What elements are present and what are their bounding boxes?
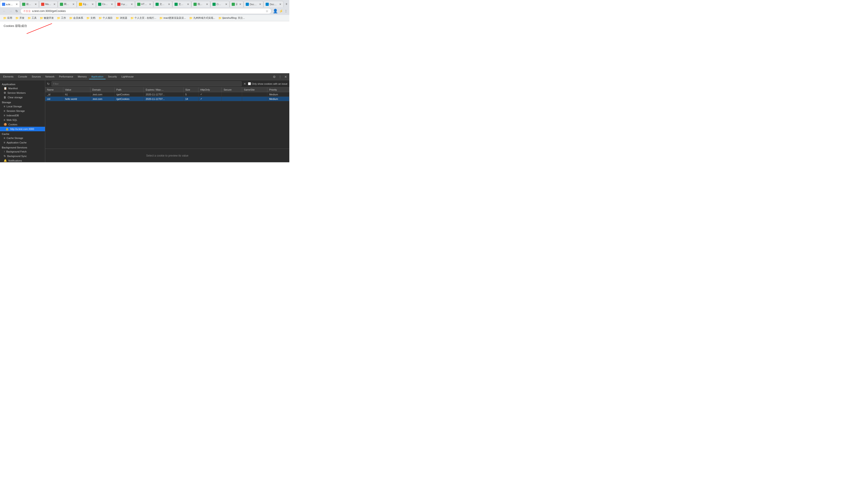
tab-close-button[interactable]: ✕ [92, 3, 94, 6]
cookies-column-httponly[interactable]: HttpOnly [198, 88, 222, 92]
cookies-row[interactable]: cidhello world.test.com/getCookies2020-1… [45, 97, 289, 101]
cookies-column-path[interactable]: Path [114, 88, 144, 92]
address-text[interactable]: a.test.com:3000/getCookies [32, 9, 264, 13]
tab-favicon [156, 3, 159, 6]
bookmark-工具[interactable]: 📁 工具 [26, 16, 38, 20]
clear-filter-button[interactable]: ✕ [243, 82, 246, 86]
dt-tab-sources[interactable]: Sources [29, 74, 43, 79]
sidebar-item-cookies[interactable]: 🍪 Cookies [0, 122, 45, 127]
tab-close-button[interactable]: ✕ [168, 3, 170, 6]
sidebar-item-manifest[interactable]: 📋 Manifest [0, 86, 45, 91]
tab-close-button[interactable]: ✕ [35, 3, 37, 6]
extensions-icon[interactable]: ⚡ [279, 9, 283, 13]
dt-tab-elements[interactable]: Elements [1, 74, 16, 79]
tab-close-button[interactable]: ✕ [225, 3, 227, 6]
show-issues-checkbox[interactable] [248, 82, 251, 85]
dt-tab-performance[interactable]: Performance [57, 74, 75, 79]
cookies-column-priority[interactable]: Priority [267, 88, 289, 92]
sidebar-item-background-fetch[interactable]: ↑ Background Fetch [0, 149, 45, 154]
cookies-column-value[interactable]: Value [63, 88, 90, 92]
bookmark-敏捷开发[interactable]: 📁 敏捷开发 [38, 16, 55, 20]
cookies-column-secure[interactable]: Secure [222, 88, 242, 92]
sidebar-item-service-workers[interactable]: ⚙ Service Workers [0, 91, 45, 95]
sidebar-item-clear-storage[interactable]: 🗑 Clear storage [0, 95, 45, 100]
menu-icon[interactable]: ⋮ [284, 9, 287, 13]
bookmark-icon: 📁 [98, 17, 102, 20]
more-icon[interactable]: ⋮ [277, 74, 283, 79]
dt-tab-console[interactable]: Console [16, 74, 29, 79]
dt-tab-lighthouse[interactable]: Lighthouse [119, 74, 136, 79]
sidebar-item-web-sql[interactable]: ≡ Web SQL [0, 118, 45, 122]
dt-tab-memory[interactable]: Memory [75, 74, 89, 79]
tab-close-button[interactable]: ✕ [149, 3, 151, 6]
browser-tab-2[interactable]: 前端小白... ✕ [20, 1, 39, 7]
browser-tab-15[interactable]: Document... ✕ [264, 1, 283, 7]
browser-tab-5[interactable]: Egg.js 中... ✕ [77, 1, 96, 7]
bookmark-个人项目[interactable]: 📁 个人项目 [97, 16, 114, 20]
sidebar-item-notifications[interactable]: 🔔 Notifications [0, 158, 45, 162]
tab-title: a.test.com... [6, 3, 14, 6]
new-tab-button[interactable]: + [284, 1, 289, 7]
cookies-column-expires-/-max-...[interactable]: Expires / Max-... [144, 88, 183, 92]
browser-tab-14[interactable]: Document... ✕ [244, 1, 264, 7]
devtools: ElementsConsoleSourcesNetworkPerformance… [0, 73, 289, 162]
cookies-column-size[interactable]: Size [183, 88, 198, 92]
tab-close-button[interactable]: ✕ [111, 3, 113, 6]
browser-tab-12[interactable]: (1条消息)... ✕ [211, 1, 230, 7]
back-button[interactable]: ← [2, 9, 7, 13]
browser-tab-13[interactable]: 设置 ✕ [230, 1, 243, 7]
sidebar-item-session-storage[interactable]: ≡ Session Storage [0, 109, 45, 113]
filter-input[interactable] [52, 81, 242, 86]
bookmark-开发[interactable]: 📁 开发 [14, 16, 26, 20]
sidebar-item-application-cache[interactable]: ≡ Application Cache [0, 140, 45, 145]
cookies-column-name[interactable]: Name [45, 88, 63, 92]
tab-close-button[interactable]: ✕ [239, 3, 241, 6]
sidebar-item-httpatestcom3000[interactable]: 🔒 http://a.test.com:3000 [0, 127, 45, 131]
cookies-column-domain[interactable]: Domain [90, 88, 115, 92]
bookmark-应用[interactable]: 📁 应用 [2, 16, 13, 20]
sidebar-item-cache-storage[interactable]: ≡ Cache Storage [0, 136, 45, 140]
browser-tab-10[interactable]: 文章管理... ✕ [173, 1, 191, 7]
bookmark-文档[interactable]: 📁 文档 [85, 16, 97, 20]
star-icon[interactable]: ☆ [266, 9, 269, 13]
tab-close-button[interactable]: ✕ [206, 3, 208, 6]
tab-close-button[interactable]: ✕ [72, 3, 74, 6]
tab-close-button[interactable]: ✕ [259, 3, 261, 6]
bookmark-九种跨域方式实现...[interactable]: 📁 九种跨域方式实现... [188, 16, 217, 20]
browser-tab-9[interactable]: 文章管理... ✕ [153, 1, 172, 7]
browser-tab-8[interactable]: HTTP之... ✕ [135, 1, 153, 7]
bookmark-浏览器[interactable]: 📁 浏览器 [114, 16, 129, 20]
bookmark-工作[interactable]: 📁 工作 [56, 16, 67, 20]
browser-tab-11[interactable]: 我的地盘... ✕ [191, 1, 210, 7]
refresh-cookies-button[interactable]: ↻ [47, 82, 50, 86]
browser-tab-4[interactable]: 网站开发... ✕ [58, 1, 76, 7]
bookmark-ljianshu/blog:-关注...[interactable]: 📁 ljianshu/Blog: 关注... [217, 16, 246, 20]
reload-button[interactable]: ↻ [14, 9, 19, 13]
dt-tab-application[interactable]: Application [89, 74, 106, 79]
forward-button[interactable]: → [8, 9, 13, 13]
browser-tab-6[interactable]: Cookie仔... ✕ [96, 1, 115, 7]
bookmark-react更新渲染及渲...[interactable]: 📁 react更新渲染及渲... [158, 16, 187, 20]
tab-close-button[interactable]: ✕ [187, 3, 189, 6]
sidebar-item-indexeddb[interactable]: ≡ IndexedDB [0, 113, 45, 118]
sidebar-item-background-sync[interactable]: ↻ Background Sync [0, 154, 45, 158]
dt-tab-security[interactable]: Security [105, 74, 119, 79]
tab-close-button[interactable]: ✕ [131, 3, 133, 6]
dt-tab-network[interactable]: Network [43, 74, 57, 79]
browser-tab-1[interactable]: a.test.com... ✕ [0, 1, 20, 7]
browser-tab-7[interactable]: Forbidden... ✕ [115, 1, 135, 7]
bookmark-会员体系[interactable]: 📁 会员体系 [68, 16, 85, 20]
tab-favicon [98, 3, 101, 6]
cookies-column-samesite[interactable]: SameSite [242, 88, 268, 92]
cookies-row[interactable]: _idh1.test.com/getCookies2020-11-11T07..… [45, 92, 289, 97]
show-issues-checkbox-label[interactable]: Only show cookies with an issue [248, 82, 287, 85]
browser-tab-3[interactable]: Mac电脑... ✕ [39, 1, 58, 7]
tab-close-button[interactable]: ✕ [53, 3, 56, 6]
sidebar-item-local-storage[interactable]: ≡ Local Storage [0, 104, 45, 109]
tab-close-button[interactable]: ✕ [279, 3, 281, 6]
profile-icon[interactable]: 👤 [273, 8, 278, 13]
tab-close-button[interactable]: ✕ [16, 3, 18, 6]
close-devtools-icon[interactable]: ✕ [283, 74, 288, 79]
settings-icon[interactable]: ⚙ [272, 74, 277, 79]
bookmark-个人主页---在线打...[interactable]: 📁 个人主页 - 在线打... [129, 16, 158, 20]
